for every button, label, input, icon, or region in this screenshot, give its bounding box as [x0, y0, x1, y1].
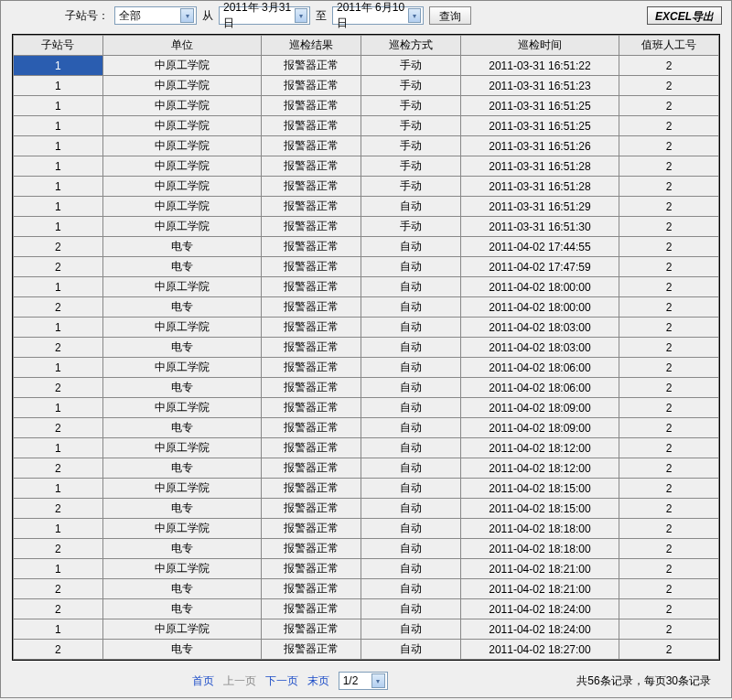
cell-unit: 中原工学院	[102, 358, 262, 378]
col-header-time[interactable]: 巡检时间	[460, 36, 619, 56]
table-row[interactable]: 2电专报警器正常自动2011-04-02 18:03:002	[14, 338, 719, 358]
cell-time: 2011-04-02 18:00:00	[460, 297, 619, 318]
table-row[interactable]: 1中原工学院报警器正常自动2011-04-02 18:03:002	[14, 318, 719, 338]
last-page-link[interactable]: 末页	[307, 673, 329, 689]
table-row[interactable]: 1中原工学院报警器正常自动2011-04-02 18:18:002	[14, 519, 719, 539]
cell-method: 手动	[361, 156, 461, 177]
cell-method: 自动	[361, 338, 461, 358]
cell-worker: 2	[619, 96, 719, 116]
table-row[interactable]: 1中原工学院报警器正常手动2011-03-31 16:51:232	[14, 76, 719, 96]
cell-result: 报警器正常	[262, 358, 361, 378]
page-select[interactable]: 1/2 ▾	[339, 672, 388, 690]
table-row[interactable]: 1中原工学院报警器正常自动2011-04-02 18:21:002	[14, 559, 719, 579]
station-select-value: 全部	[119, 8, 141, 24]
cell-time: 2011-04-02 18:06:00	[460, 378, 619, 398]
cell-method: 自动	[361, 640, 461, 660]
cell-worker: 2	[619, 539, 719, 559]
cell-id: 1	[14, 197, 103, 217]
cell-method: 手动	[361, 177, 461, 197]
cell-id: 2	[14, 539, 103, 559]
cell-result: 报警器正常	[262, 277, 361, 297]
from-date-picker[interactable]: 2011年 3月31日 ▾	[219, 6, 310, 25]
cell-id: 2	[14, 458, 103, 479]
cell-method: 自动	[361, 197, 461, 217]
cell-method: 自动	[361, 619, 461, 640]
cell-method: 自动	[361, 237, 461, 257]
to-date-picker[interactable]: 2011年 6月10日 ▾	[332, 6, 424, 25]
cell-result: 报警器正常	[262, 458, 361, 479]
table-row[interactable]: 1中原工学院报警器正常自动2011-04-02 18:00:002	[14, 277, 719, 297]
prev-page-link[interactable]: 上一页	[223, 673, 256, 689]
table-row[interactable]: 1中原工学院报警器正常手动2011-03-31 16:51:282	[14, 156, 719, 177]
cell-result: 报警器正常	[262, 197, 361, 217]
data-table-wrap: 子站号 单位 巡检结果 巡检方式 巡检时间 值班人工号 1中原工学院报警器正常手…	[12, 34, 720, 661]
table-row[interactable]: 2电专报警器正常自动2011-04-02 18:09:002	[14, 418, 719, 438]
cell-time: 2011-04-02 18:15:00	[460, 499, 619, 519]
cell-id: 1	[14, 56, 103, 76]
table-row[interactable]: 2电专报警器正常自动2011-04-02 18:24:002	[14, 599, 719, 619]
excel-export-button[interactable]: EXCEL导出	[647, 6, 722, 25]
next-page-link[interactable]: 下一页	[265, 673, 298, 689]
table-row[interactable]: 2电专报警器正常自动2011-04-02 18:27:002	[14, 640, 719, 660]
table-row[interactable]: 2电专报警器正常自动2011-04-02 18:15:002	[14, 499, 719, 519]
first-page-link[interactable]: 首页	[192, 673, 214, 689]
table-row[interactable]: 1中原工学院报警器正常手动2011-03-31 16:51:252	[14, 96, 719, 116]
cell-time: 2011-04-02 17:47:59	[460, 257, 619, 277]
table-row[interactable]: 2电专报警器正常自动2011-04-02 18:06:002	[14, 378, 719, 398]
cell-method: 手动	[361, 116, 461, 136]
table-row[interactable]: 2电专报警器正常自动2011-04-02 18:12:002	[14, 458, 719, 479]
table-row[interactable]: 2电专报警器正常自动2011-04-02 17:44:552	[14, 237, 719, 257]
cell-method: 自动	[361, 499, 461, 519]
col-header-id[interactable]: 子站号	[14, 36, 103, 56]
query-button[interactable]: 查询	[429, 6, 471, 25]
station-select[interactable]: 全部 ▾	[114, 6, 197, 25]
cell-worker: 2	[619, 438, 719, 458]
table-row[interactable]: 1中原工学院报警器正常手动2011-03-31 16:51:222	[14, 56, 719, 76]
table-row[interactable]: 2电专报警器正常自动2011-04-02 17:47:592	[14, 257, 719, 277]
cell-unit: 电专	[102, 499, 262, 519]
col-header-unit[interactable]: 单位	[102, 36, 262, 56]
col-header-worker[interactable]: 值班人工号	[619, 36, 719, 56]
cell-time: 2011-03-31 16:51:25	[460, 96, 619, 116]
table-row[interactable]: 1中原工学院报警器正常自动2011-04-02 18:09:002	[14, 398, 719, 418]
table-row[interactable]: 1中原工学院报警器正常手动2011-03-31 16:51:252	[14, 116, 719, 136]
cell-time: 2011-04-02 17:44:55	[460, 237, 619, 257]
cell-worker: 2	[619, 318, 719, 338]
table-row[interactable]: 1中原工学院报警器正常手动2011-03-31 16:51:282	[14, 177, 719, 197]
table-row[interactable]: 1中原工学院报警器正常自动2011-04-02 18:06:002	[14, 358, 719, 378]
chevron-down-icon: ▾	[295, 8, 307, 23]
cell-result: 报警器正常	[262, 257, 361, 277]
pagination-bar: 首页 上一页 下一页 末页 1/2 ▾ 共56条记录，每页30条记录	[1, 664, 731, 697]
cell-result: 报警器正常	[262, 338, 361, 358]
cell-method: 自动	[361, 418, 461, 438]
cell-worker: 2	[619, 559, 719, 579]
table-row[interactable]: 1中原工学院报警器正常自动2011-04-02 18:12:002	[14, 438, 719, 458]
table-row[interactable]: 2电专报警器正常自动2011-04-02 18:18:002	[14, 539, 719, 559]
cell-result: 报警器正常	[262, 156, 361, 177]
cell-method: 手动	[361, 136, 461, 156]
table-row[interactable]: 1中原工学院报警器正常手动2011-03-31 16:51:302	[14, 217, 719, 237]
table-row[interactable]: 2电专报警器正常自动2011-04-02 18:21:002	[14, 579, 719, 599]
cell-result: 报警器正常	[262, 499, 361, 519]
cell-result: 报警器正常	[262, 237, 361, 257]
cell-id: 2	[14, 640, 103, 660]
cell-worker: 2	[619, 257, 719, 277]
cell-result: 报警器正常	[262, 297, 361, 318]
table-row[interactable]: 1中原工学院报警器正常自动2011-04-02 18:15:002	[14, 479, 719, 499]
col-header-method[interactable]: 巡检方式	[361, 36, 461, 56]
cell-unit: 电专	[102, 640, 262, 660]
col-header-result[interactable]: 巡检结果	[262, 36, 361, 56]
cell-result: 报警器正常	[262, 177, 361, 197]
table-row[interactable]: 1中原工学院报警器正常手动2011-03-31 16:51:262	[14, 136, 719, 156]
table-row[interactable]: 1中原工学院报警器正常自动2011-04-02 18:24:002	[14, 619, 719, 640]
cell-worker: 2	[619, 378, 719, 398]
table-row[interactable]: 2电专报警器正常自动2011-04-02 18:00:002	[14, 297, 719, 318]
cell-result: 报警器正常	[262, 116, 361, 136]
cell-worker: 2	[619, 197, 719, 217]
cell-unit: 中原工学院	[102, 438, 262, 458]
table-row[interactable]: 1中原工学院报警器正常自动2011-03-31 16:51:292	[14, 197, 719, 217]
cell-unit: 中原工学院	[102, 559, 262, 579]
cell-id: 1	[14, 619, 103, 640]
cell-worker: 2	[619, 458, 719, 479]
cell-method: 自动	[361, 539, 461, 559]
